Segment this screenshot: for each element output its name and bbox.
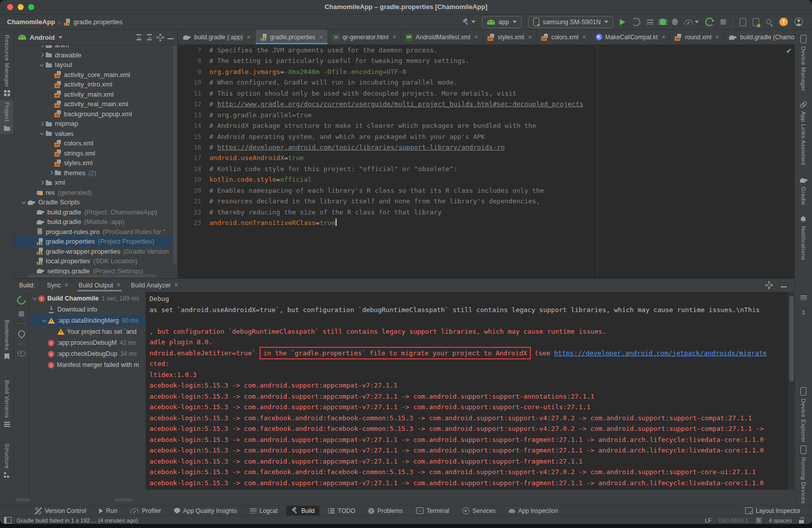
- chevron-down-icon[interactable]: [41, 317, 48, 324]
- code-line[interactable]: 18# Kotlin code style for this project: …: [178, 164, 788, 174]
- project-tree-row[interactable]: activity_core_main.xml: [14, 70, 173, 80]
- tool-window-button-problems[interactable]: Problems: [364, 506, 408, 515]
- project-tree-row[interactable]: themes(2): [14, 168, 173, 178]
- editor-tab[interactable]: build.gradle (Chamo×: [724, 30, 795, 44]
- encoding-indicator[interactable]: ISO-8859-1: [719, 517, 749, 523]
- project-tree-row[interactable]: strings.xml: [14, 148, 173, 159]
- inspection-ok-icon[interactable]: ✔: [786, 47, 792, 55]
- code-line[interactable]: 13# org.gradle.parallel=true: [178, 110, 788, 120]
- tool-window-button-logcat[interactable]: Logcat: [246, 506, 282, 515]
- close-tab-icon[interactable]: ×: [474, 34, 478, 41]
- close-tab-icon[interactable]: ×: [583, 34, 586, 41]
- build-tree-row[interactable]: Build Chamomile1 sec, 189 ms: [29, 293, 145, 304]
- build-tree-row[interactable]: Your project has set `and: [29, 326, 145, 337]
- tool-stripe-tab-device-manager[interactable]: Device Manager: [795, 33, 812, 93]
- line-ending-indicator[interactable]: LF: [705, 517, 711, 523]
- code-line[interactable]: 19kotlin.code.style=official: [178, 174, 788, 185]
- close-tab-icon[interactable]: ×: [662, 34, 665, 41]
- chevron-down-icon[interactable]: [38, 130, 45, 137]
- code-line[interactable]: 16# https://developer.android.com/topic/…: [178, 142, 788, 153]
- build-tab[interactable]: Sync✕: [42, 279, 73, 291]
- tool-stripe-tab-gradle[interactable]: Gradle: [795, 175, 812, 207]
- project-tree-row[interactable]: activity_intro.xml: [14, 80, 173, 90]
- code-line[interactable]: 20# Enables namespacing of each library'…: [178, 185, 788, 196]
- code-line[interactable]: 10# When configured, Gradle will run in …: [178, 77, 788, 88]
- build-tree-row[interactable]: Download info: [29, 304, 145, 315]
- code-line[interactable]: 7# Specifies the JVM arguments used for …: [178, 45, 788, 55]
- tool-window-button-todo[interactable]: TODO: [323, 506, 360, 515]
- tool-window-button-terminal[interactable]: Terminal: [412, 506, 454, 515]
- build-tab[interactable]: Build Analyzer✕: [126, 279, 183, 291]
- project-tree-row[interactable]: values: [14, 129, 173, 139]
- stop-build-icon[interactable]: [19, 311, 24, 317]
- profile-avatar-button[interactable]: [794, 18, 803, 26]
- chevron-right-icon[interactable]: [47, 169, 54, 176]
- chevron-down-icon[interactable]: [58, 36, 62, 39]
- build-hammer-button[interactable]: [462, 18, 475, 26]
- code-line[interactable]: 12# http://www.gradle.org/docs/current/u…: [178, 99, 788, 109]
- status-message[interactable]: Gradle build failed in 1 s 192 ... (4 mi…: [17, 517, 138, 523]
- profile-run-button[interactable]: [705, 18, 714, 26]
- code-line[interactable]: 23android.nonTransitiveRClass=true: [178, 217, 788, 228]
- project-tree-row[interactable]: gradle.properties(Project Properties): [14, 237, 173, 247]
- chevron-down-icon[interactable]: [31, 295, 38, 302]
- tool-stripe-tab-project[interactable]: Project: [0, 100, 14, 134]
- tool-stripe-tab-bookmarks[interactable]: Bookmarks: [0, 318, 14, 361]
- project-tree-row[interactable]: drawable: [14, 50, 173, 60]
- chevron-right-icon[interactable]: [38, 51, 45, 58]
- stop-button[interactable]: [720, 19, 726, 25]
- tool-window-button-profiler[interactable]: Profiler: [126, 506, 166, 515]
- tool-window-button-app-quality-insights[interactable]: App Quality Insights: [170, 506, 241, 515]
- tool-window-button-services[interactable]: Services: [458, 506, 500, 515]
- code-line[interactable]: 21# resources declared in the library it…: [178, 196, 788, 206]
- project-tree-row[interactable]: mipmap: [14, 119, 173, 129]
- code-line[interactable]: 17android.useAndroidX=true: [178, 153, 788, 163]
- filter-icon[interactable]: [18, 351, 26, 356]
- chevron-right-icon[interactable]: [38, 179, 45, 186]
- hide-panel-icon[interactable]: [781, 286, 787, 287]
- build-tab[interactable]: Build Output✕: [73, 279, 126, 291]
- tool-stripe-tab-running-devices[interactable]: Running Devices: [795, 443, 812, 506]
- column-indicator-icon[interactable]: [756, 517, 762, 523]
- apply-code-changes-button[interactable]: [647, 20, 654, 25]
- code-line[interactable]: 22# thereby reducing the size of the R c…: [178, 207, 788, 217]
- project-tree-row[interactable]: xml: [14, 178, 173, 188]
- tool-stripe-tab-notifications[interactable]: Notifications: [795, 214, 812, 262]
- build-tree-row[interactable]: :app:dataBindingMerg60 ms: [29, 315, 145, 326]
- hide-panel-icon[interactable]: [168, 38, 174, 39]
- search-everywhere-button[interactable]: [766, 19, 773, 26]
- console-link[interactable]: https://developer.android.com/jetpack/an…: [554, 349, 767, 357]
- breadcrumb-file[interactable]: gradle.properties: [73, 18, 123, 26]
- update-available-button[interactable]: [779, 18, 788, 26]
- breadcrumb-project[interactable]: ChamomileApp: [7, 18, 55, 26]
- editor-tab[interactable]: build.gradle (:app)×: [178, 30, 256, 44]
- editor-tab[interactable]: AndroidManifest.xml×: [401, 30, 483, 44]
- tool-stripe-tab-structure[interactable]: Structure: [0, 441, 14, 481]
- profiler-button[interactable]: [684, 20, 699, 25]
- debug-button[interactable]: [660, 19, 666, 25]
- project-tree-row[interactable]: activity_real_main.xml: [14, 99, 173, 109]
- project-tree-row[interactable]: settings.gradle(Project Settings): [14, 266, 173, 275]
- project-tree-row[interactable]: gradle-wrapper.properties(Gradle Version: [14, 247, 173, 257]
- unlock-icon[interactable]: [799, 520, 804, 523]
- chevron-down-icon[interactable]: [38, 61, 45, 68]
- editor-tab[interactable]: colors.xml×: [537, 30, 591, 44]
- code-line[interactable]: 8# The setting is particularly useful fo…: [178, 55, 788, 66]
- apply-changes-button[interactable]: [632, 18, 640, 26]
- project-tree-row[interactable]: background_popup.xml: [14, 109, 173, 119]
- chevron-right-icon[interactable]: [38, 120, 45, 127]
- code-line[interactable]: 9org.gradle.jvmargs=-Xmx2048m -Dfile.enc…: [178, 66, 788, 77]
- device-mirroring-button[interactable]: [753, 18, 759, 26]
- restart-build-icon[interactable]: [15, 294, 27, 306]
- project-tree-row[interactable]: colors.xml: [14, 138, 173, 148]
- code-link[interactable]: https://developer.android.com/topic/libr…: [217, 143, 505, 151]
- editor-tab[interactable]: gradle.properties×: [256, 30, 328, 44]
- project-vertical-scrollbar[interactable]: [173, 45, 177, 264]
- gear-icon[interactable]: [156, 34, 164, 41]
- editor-tab[interactable]: MakeCallCompat.kt×: [591, 30, 671, 44]
- tool-window-button-run[interactable]: Run: [95, 506, 122, 515]
- wrapline-button[interactable]: [795, 293, 812, 302]
- tool-window-button-build[interactable]: Build: [286, 506, 319, 515]
- code-line[interactable]: 15# Android operating system, and which …: [178, 131, 788, 142]
- build-horizontal-scrollbar[interactable]: [115, 498, 133, 501]
